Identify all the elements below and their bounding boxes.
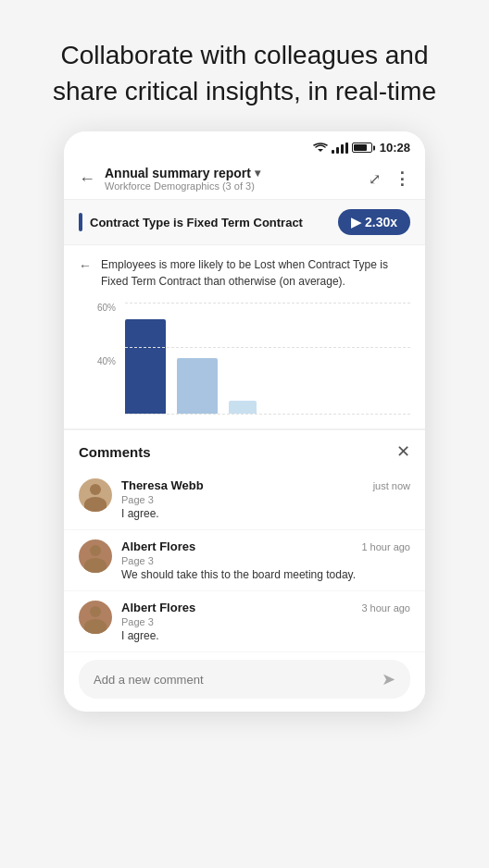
commenter-name: Theresa Webb — [121, 478, 204, 492]
status-icons: 10:28 — [313, 141, 410, 155]
chart-container: 60% 40% — [79, 303, 410, 414]
insight-text: Contract Type is Fixed Term Contract — [90, 216, 303, 229]
back-button[interactable]: ← — [79, 169, 95, 189]
insight-label: Contract Type is Fixed Term Contract — [79, 213, 303, 231]
comment-page: Page 3 — [121, 616, 410, 627]
comments-section: Comments ✕ Theresa Webb just now Page 3 … — [64, 428, 425, 699]
comment-item: Theresa Webb just now Page 3 I agree. — [64, 469, 425, 530]
multiplier-value: 2.30x — [365, 215, 397, 229]
y-axis: 60% 40% — [79, 303, 121, 414]
y-tick-60: 60% — [79, 303, 121, 313]
chart-description-text: Employees is more likely to be Lost when… — [101, 256, 410, 290]
comment-page: Page 3 — [121, 555, 410, 566]
nav-title-block: Annual summary report ▾ Workforce Demogr… — [105, 166, 359, 192]
insight-bar: Contract Type is Fixed Term Contract ▶ 2… — [64, 199, 425, 244]
comment-page: Page 3 — [121, 494, 410, 505]
grid-lines — [125, 303, 410, 414]
comment-body: Albert Flores 1 hour ago Page 3 We shoul… — [121, 539, 410, 581]
comment-item: Albert Flores 3 hour ago Page 3 I agree. — [64, 591, 425, 652]
comment-text: I agree. — [121, 507, 410, 520]
bar-reference — [229, 401, 257, 414]
comment-body: Albert Flores 3 hour ago Page 3 I agree. — [121, 601, 410, 642]
chart-back-arrow[interactable]: ← — [79, 258, 92, 273]
battery-icon — [352, 143, 372, 153]
nav-subtitle: Workforce Demographics (3 of 3) — [105, 180, 359, 192]
nav-title: Annual summary report ▾ — [105, 166, 359, 180]
comments-title: Comments — [79, 444, 151, 460]
comment-item: Albert Flores 1 hour ago Page 3 We shoul… — [64, 530, 425, 591]
phone-mockup: 10:28 ← Annual summary report ▾ Workforc… — [64, 131, 425, 712]
top-nav: ← Annual summary report ▾ Workforce Demo… — [64, 158, 425, 199]
bar-other — [177, 358, 218, 414]
comments-close-button[interactable]: ✕ — [396, 443, 410, 460]
y-tick-40: 40% — [79, 356, 121, 366]
avatar — [79, 601, 112, 634]
play-arrow-icon: ▶ — [351, 215, 361, 229]
hero-heading: Collaborate with colleagues and share cr… — [37, 37, 452, 109]
comment-time: 1 hour ago — [361, 541, 410, 552]
nav-title-text: Annual summary report — [105, 166, 251, 180]
avatar — [79, 539, 112, 573]
status-bar: 10:28 — [64, 131, 425, 158]
signal-icon — [332, 143, 348, 154]
chart-area: ← Employees is more likely to be Lost wh… — [64, 244, 425, 428]
comment-header-row: Albert Flores 1 hour ago — [121, 539, 410, 553]
multiplier-badge[interactable]: ▶ 2.30x — [338, 209, 410, 235]
comment-text: I agree. — [121, 629, 410, 642]
chart-description: ← Employees is more likely to be Lost wh… — [79, 256, 410, 290]
comment-time: 3 hour ago — [361, 602, 410, 614]
comment-header-row: Albert Flores 3 hour ago — [121, 601, 410, 614]
commenter-name: Albert Flores — [121, 539, 195, 553]
comments-header: Comments ✕ — [64, 430, 425, 469]
bars-area — [125, 303, 410, 414]
more-menu-icon[interactable]: ⋮ — [394, 168, 410, 189]
status-time: 10:28 — [380, 141, 410, 155]
comment-time: just now — [373, 480, 410, 491]
expand-icon[interactable]: ⤢ — [369, 170, 381, 188]
comment-input-area[interactable]: ➤ — [79, 660, 410, 699]
nav-actions: ⤢ ⋮ — [369, 168, 410, 189]
comment-text: We should take this to the board meeting… — [121, 568, 410, 581]
comment-header-row: Theresa Webb just now — [121, 478, 410, 492]
hero-section: Collaborate with colleagues and share cr… — [0, 0, 489, 131]
svg-marker-0 — [318, 149, 323, 152]
accent-bar — [79, 213, 82, 231]
send-button[interactable]: ➤ — [382, 669, 395, 689]
comment-input[interactable] — [94, 673, 372, 687]
wifi-icon — [313, 143, 328, 154]
avatar — [79, 478, 112, 512]
bar-fixed-term — [125, 319, 166, 414]
commenter-name: Albert Flores — [121, 601, 195, 614]
title-chevron[interactable]: ▾ — [255, 167, 260, 180]
comment-body: Theresa Webb just now Page 3 I agree. — [121, 478, 410, 520]
